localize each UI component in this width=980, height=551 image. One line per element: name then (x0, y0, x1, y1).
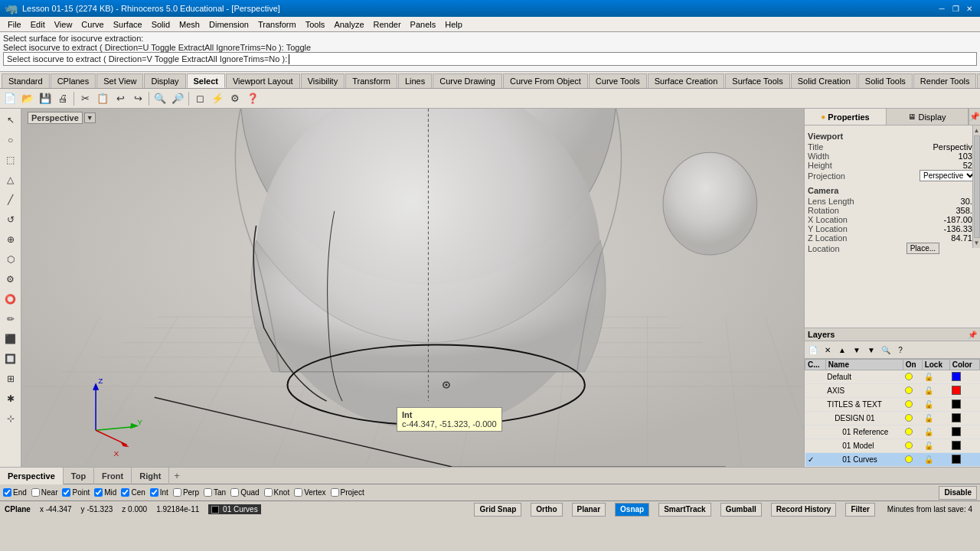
layer-color[interactable] (949, 425, 979, 439)
open-btn[interactable]: 📂 (19, 90, 36, 107)
layer-name[interactable]: TITLES & TEXT (825, 398, 903, 412)
tab-surface-tools[interactable]: Surface Tools (725, 73, 789, 88)
bottom-vp-right[interactable]: Right (132, 468, 169, 484)
tab-solid-tools[interactable]: Solid Tools (858, 73, 913, 88)
osnap-btn[interactable]: Osnap (615, 503, 649, 517)
tab-curve-from-object[interactable]: Curve From Object (503, 73, 588, 88)
snap-check-vertex[interactable] (294, 488, 302, 497)
scroll-handle[interactable]: ▲ ▼ (972, 126, 980, 248)
menu-item-help[interactable]: Help (440, 18, 467, 31)
layer-name[interactable]: Default (825, 370, 903, 384)
restore-button[interactable]: ❐ (949, 3, 962, 14)
minimize-button[interactable]: ─ (936, 3, 948, 14)
layer-on[interactable] (903, 439, 922, 453)
rotate-tool[interactable]: ↺ (2, 210, 20, 229)
print-btn[interactable]: 🖨 (54, 90, 71, 107)
layer-row[interactable]: TITLES & TEXT🔓 (805, 398, 980, 412)
bottom-vp-perspective[interactable]: Perspective (0, 468, 64, 484)
snap-check-perp[interactable] (173, 488, 181, 497)
settings-btn[interactable]: ⚙ (227, 90, 243, 107)
menu-item-mesh[interactable]: Mesh (175, 18, 204, 31)
layer-color[interactable] (949, 412, 979, 425)
snap-check-near[interactable] (31, 488, 40, 497)
poly-tool[interactable]: △ (2, 171, 20, 189)
layer-lock[interactable]: 🔓 (922, 412, 949, 425)
filter-btn[interactable]: Filter (845, 503, 874, 517)
save-btn[interactable]: 💾 (37, 90, 54, 107)
new-btn[interactable]: 📄 (2, 90, 18, 107)
move-down-btn[interactable]: ▼ (850, 343, 864, 357)
tab-set-view[interactable]: Set View (96, 73, 143, 88)
surface-tool[interactable]: ⬡ (2, 250, 20, 269)
layer-row[interactable]: Default🔓 (805, 370, 980, 384)
help-btn[interactable]: ❓ (244, 90, 261, 107)
menu-item-dimension[interactable]: Dimension (204, 18, 253, 31)
layer-name[interactable]: 01 Curves (825, 453, 903, 467)
layer-row[interactable]: AXIS🔓 (805, 384, 980, 398)
delete-layer-btn[interactable]: ✕ (821, 343, 835, 357)
bottom-vp-front[interactable]: Front (94, 468, 132, 484)
smarttrack-btn[interactable]: SmartTrack (658, 503, 710, 517)
copy-btn[interactable]: 📋 (94, 90, 111, 107)
viewport-area[interactable]: Perspective ▼ www.rrcg.cn (21, 109, 804, 467)
layers-pin[interactable]: 📌 (968, 331, 977, 339)
record-history-btn[interactable]: Record History (771, 503, 837, 517)
grid-tool[interactable]: 🔲 (2, 350, 20, 368)
ortho-btn[interactable]: Ortho (531, 503, 562, 517)
grid-snap-btn[interactable]: Grid Snap (474, 503, 521, 517)
layer-row[interactable]: ✓ 01 Curves🔓 (805, 453, 980, 467)
viewport-dropdown-arrow[interactable]: ▼ (84, 112, 96, 123)
layer-on[interactable] (903, 412, 922, 425)
zoom-out-btn[interactable]: 🔎 (169, 90, 186, 107)
select-tool[interactable]: ↖ (2, 111, 20, 129)
layer-name[interactable]: AXIS (825, 384, 903, 398)
menu-item-panels[interactable]: Panels (406, 18, 441, 31)
rect-tool[interactable]: ⬚ (2, 151, 20, 169)
layer-on[interactable] (903, 453, 922, 467)
undo-btn[interactable]: ↩ (112, 90, 129, 107)
snap-check-quad[interactable] (230, 488, 239, 497)
tab-render-tools[interactable]: Render Tools (913, 73, 977, 88)
snap-check-project[interactable] (331, 488, 339, 497)
tab-surface-creation[interactable]: Surface Creation (648, 73, 725, 88)
layer-row[interactable]: DESIGN 01🔓 (805, 412, 980, 425)
snap-check-end[interactable] (3, 488, 11, 497)
plus-tool[interactable]: ⊹ (2, 409, 20, 428)
layer-lock[interactable]: 🔓 (922, 398, 949, 412)
tab-solid-creation[interactable]: Solid Creation (791, 73, 858, 88)
layer-on[interactable] (903, 370, 922, 384)
tab-curve-tools[interactable]: Curve Tools (589, 73, 647, 88)
snap-check-int[interactable] (150, 488, 158, 497)
layer-color[interactable] (949, 384, 979, 398)
tab-visibility[interactable]: Visibility (301, 73, 345, 88)
snap-check-cen[interactable] (121, 488, 129, 497)
solid-tool[interactable]: ⬛ (2, 330, 20, 348)
layer-color[interactable] (949, 370, 979, 384)
layer-on[interactable] (903, 398, 922, 412)
layer-lock[interactable]: 🔓 (922, 384, 949, 398)
menu-item-surface[interactable]: Surface (109, 18, 147, 31)
projection-select[interactable]: Perspective Parallel (920, 170, 977, 181)
select-all-btn[interactable]: ◻ (191, 90, 208, 107)
snap-check-tan[interactable] (204, 488, 212, 497)
planar-btn[interactable]: Planar (572, 503, 606, 517)
gear-tool[interactable]: ⚙ (2, 270, 20, 289)
snap-check-mid[interactable] (94, 488, 103, 497)
search-layer-btn[interactable]: 🔍 (879, 343, 893, 357)
layer-help-btn[interactable]: ? (893, 343, 907, 357)
layer-color[interactable] (949, 453, 979, 467)
line-tool[interactable]: ╱ (2, 191, 20, 209)
tab-standard[interactable]: Standard (2, 73, 50, 88)
tab-drafting[interactable]: Drafting (977, 73, 980, 88)
tab-cplanes[interactable]: CPlanes (51, 73, 96, 88)
layer-row[interactable]: 01 Model🔓 (805, 439, 980, 453)
tab-select[interactable]: Select (187, 73, 225, 88)
layer-color[interactable] (949, 398, 979, 412)
menu-item-transform[interactable]: Transform (253, 18, 301, 31)
circle-tool[interactable]: ○ (2, 131, 20, 149)
layer-on[interactable] (903, 384, 922, 398)
cut-btn[interactable]: ✂ (77, 90, 93, 107)
layer-name[interactable]: 01 Reference (825, 425, 903, 439)
bottom-vp-top[interactable]: Top (64, 468, 94, 484)
move-up-btn[interactable]: ▲ (835, 343, 849, 357)
